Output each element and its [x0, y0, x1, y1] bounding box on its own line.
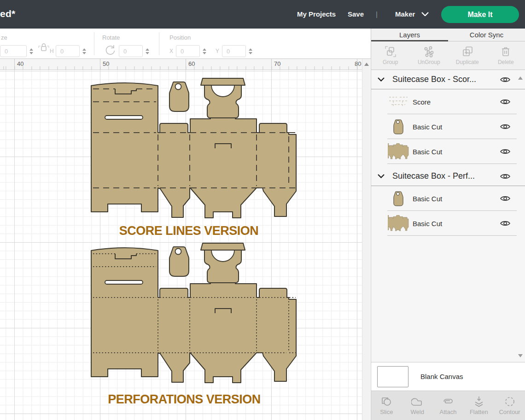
size-label: ze [1, 34, 7, 41]
attach-label: Attach [440, 408, 457, 415]
layer-label: Basic Cut [413, 220, 442, 228]
machine-name: Maker [395, 10, 415, 18]
delete-label: Delete [498, 59, 514, 65]
position-y-stepper[interactable] [248, 46, 253, 56]
position-x-stepper[interactable] [202, 46, 207, 56]
layer-actions: Group UnGroup Duplicate [371, 41, 525, 70]
score-version-artwork[interactable] [91, 78, 296, 218]
edit-toolbar: ze H Rotate Position X Y [0, 29, 371, 59]
bottom-action-bar: Slice Weld Attach Flatten [371, 391, 525, 420]
toolbar-divider [94, 32, 94, 55]
flatten-label: Flatten [470, 408, 488, 415]
list-scroll-down-arrow[interactable] [518, 354, 523, 357]
panel-tabs: Layers Color Sync [371, 29, 525, 41]
x-label: X [169, 48, 173, 54]
cricut-design-space-app: ed* My Projects Save | Maker Make It ze … [0, 0, 525, 420]
rotate-input[interactable] [119, 45, 143, 57]
height-input[interactable] [56, 45, 80, 57]
canvas-vertical-scrollbar[interactable] [362, 59, 370, 420]
height-stepper[interactable] [82, 46, 87, 56]
eye-icon[interactable] [500, 123, 510, 130]
slice-label: Slice [380, 408, 393, 415]
group-label: Group [383, 59, 398, 65]
layer-label: Basic Cut [413, 148, 442, 156]
blank-canvas-row: Blank Canvas [371, 362, 525, 391]
blank-canvas-label: Blank Canvas [420, 373, 463, 380]
document-title: ed* [0, 8, 15, 19]
machine-selector[interactable]: Maker [395, 10, 429, 18]
width-input[interactable] [0, 45, 27, 57]
ruler-ticks [0, 66, 362, 70]
make-it-button[interactable]: Make It [441, 6, 519, 23]
position-y-input[interactable] [222, 45, 246, 57]
perforations-version-caption[interactable]: PERFORATIONS VERSION [90, 392, 279, 407]
flatten-button[interactable]: Flatten [463, 391, 494, 420]
eye-icon[interactable] [500, 173, 510, 180]
delete-button[interactable]: Delete [487, 41, 525, 70]
layer-label: Score [413, 98, 431, 106]
nav-my-projects[interactable]: My Projects [297, 10, 336, 18]
layer-row-basic-cut-tag[interactable]: Basic Cut [371, 186, 525, 211]
box-thumbnail [388, 142, 409, 161]
nav-save[interactable]: Save [348, 10, 364, 18]
duplicate-label: Duplicate [456, 59, 479, 65]
list-scroll-up-arrow[interactable] [518, 76, 523, 80]
eye-icon[interactable] [500, 98, 510, 105]
eye-icon[interactable] [500, 195, 510, 202]
rotate-stepper[interactable] [145, 46, 150, 56]
position-label: Position [169, 34, 191, 41]
contour-button[interactable]: Contour [494, 391, 525, 420]
score-version-caption[interactable]: SCORE LINES VERSION [106, 224, 272, 238]
chevron-down-icon[interactable] [378, 77, 385, 82]
box-thumbnail [388, 214, 409, 233]
height-label: H [50, 48, 54, 54]
width-stepper[interactable] [29, 46, 34, 56]
chevron-down-icon[interactable] [378, 174, 385, 178]
horizontal-ruler: 40 50 60 70 80 [0, 59, 362, 70]
attach-button[interactable]: Attach [433, 391, 464, 420]
tag-thumbnail [388, 117, 409, 136]
y-label: Y [216, 48, 219, 54]
tab-layers[interactable]: Layers [371, 29, 448, 41]
slice-button[interactable]: Slice [371, 391, 402, 420]
score-thumbnail [388, 93, 409, 111]
eye-icon[interactable] [500, 148, 510, 155]
ungroup-button[interactable]: UnGroup [410, 41, 449, 70]
rotate-icon[interactable] [104, 44, 116, 56]
ungroup-label: UnGroup [418, 59, 440, 65]
flatten-icon [473, 396, 485, 408]
layer-group-title: Suitecase Box - Scor... [392, 75, 476, 84]
delete-icon [500, 46, 512, 58]
layer-row-basic-cut-tag[interactable]: Basic Cut [371, 114, 525, 139]
canvas-color-swatch[interactable] [377, 366, 408, 387]
design-canvas[interactable]: SCORE LINES VERSION PERFORATIONS VERSION [0, 70, 362, 420]
layer-row-basic-cut-box[interactable]: Basic Cut [371, 211, 525, 236]
layer-label: Basic Cut [413, 195, 442, 203]
weld-icon [411, 396, 423, 408]
layer-label: Basic Cut [413, 123, 442, 131]
contour-icon [504, 396, 516, 408]
eye-icon[interactable] [500, 220, 510, 227]
layer-group-header-perforations[interactable]: Suitecase Box - Perf... [371, 167, 525, 186]
layer-row-score[interactable]: Score [371, 89, 525, 114]
nav-divider: | [376, 10, 378, 18]
scroll-up-arrow[interactable] [364, 63, 369, 66]
canvas-artwork [0, 70, 362, 420]
tab-color-sync[interactable]: Color Sync [448, 29, 525, 41]
lock-aspect-icon[interactable] [38, 42, 50, 52]
rotate-label: Rotate [102, 34, 120, 41]
weld-label: Weld [411, 408, 424, 415]
ungroup-icon [423, 46, 435, 58]
toolbar-divider [159, 32, 159, 55]
perforations-version-artwork[interactable] [91, 243, 296, 383]
contour-label: Contour [499, 408, 520, 415]
group-button[interactable]: Group [371, 41, 410, 70]
layer-row-basic-cut-box[interactable]: Basic Cut [371, 139, 525, 164]
app-header: ed* My Projects Save | Maker Make It [0, 0, 525, 29]
weld-button[interactable]: Weld [402, 391, 433, 420]
layer-group-header-score[interactable]: Suitecase Box - Scor... [371, 70, 525, 89]
eye-icon[interactable] [500, 76, 510, 83]
position-x-input[interactable] [176, 45, 200, 57]
tag-thumbnail [388, 189, 409, 208]
duplicate-button[interactable]: Duplicate [448, 41, 487, 70]
